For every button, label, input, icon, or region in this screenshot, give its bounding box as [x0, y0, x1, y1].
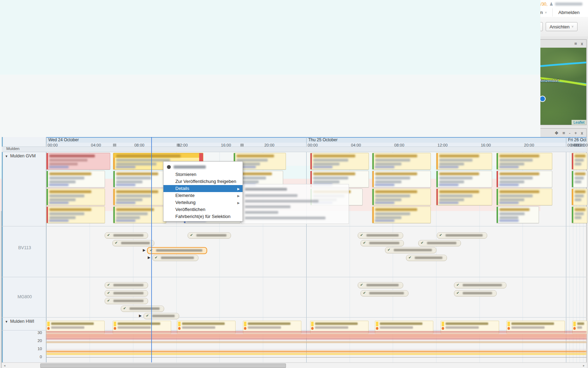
table-group-row[interactable]: ▾24.10.2018 — [2, 62, 255, 69]
scroll-right-icon[interactable]: ▸ — [255, 121, 260, 124]
table-row[interactable]: ⚙NWM-BV 11324.10.201805:00Mulden GVM — [2, 76, 255, 83]
close-icon[interactable]: x — [581, 41, 583, 46]
collapse-all-button[interactable]: − — [12, 49, 18, 54]
table-row[interactable]: ⚙NWM-BV 11324.10.201809:00Mulden GVM — [2, 90, 255, 97]
column-header-zu-ab-online[interactable]: Zu/Ab, Online — [350, 55, 382, 62]
column-header-zu-ab-gesamt[interactable]: Zu/Ab, Gesamt — [312, 55, 350, 62]
filter-label-tag[interactable]: Tag — [23, 49, 30, 54]
context-menu-item-elemente[interactable]: Elemente▶ — [163, 192, 243, 199]
move-icon[interactable]: ❖ — [554, 131, 559, 136]
menu-icon[interactable]: ≡ — [574, 41, 577, 46]
caret-right-icon[interactable]: ▸ — [280, 106, 282, 109]
column-header-beginn[interactable]: Beginn — [203, 55, 225, 62]
kontext-button[interactable]: ☑Kontext˅ — [411, 22, 444, 31]
tab-zugeteilt-225-1-selektiert-[interactable]: Zugeteilt (225, 1 selektiert) — [2, 40, 61, 48]
context-menu-item-details[interactable]: Details▶ — [163, 185, 243, 192]
column-header-name[interactable]: Name — [2, 55, 53, 62]
horizontal-scrollbar[interactable]: ◂▸ — [262, 119, 421, 125]
context-menu-item-zur-ver-ffentlichung-freigeben[interactable]: Zur Veröffentlichung freigeben — [163, 178, 243, 185]
caret-down-icon[interactable]: ▾ — [265, 64, 267, 67]
expand-all-button[interactable]: + — [4, 49, 9, 54]
nav-item-organisation[interactable]: Organisation˅ — [479, 8, 521, 16]
column-header-stellungsort[interactable]: Stellungsort — [134, 55, 172, 62]
scroll-right-icon[interactable]: ▸ — [416, 121, 421, 124]
table-row[interactable]: ⚙NWM-BV 11324.10.201806:00Mulden GVM — [2, 83, 255, 90]
tab-verf-gbarkeit[interactable]: Verfügbarkeit — [262, 40, 296, 48]
tab-planung[interactable]: Planung (427, 1 selektiert) — [2, 129, 61, 137]
availability-row[interactable]: ▸4m³33-3-3 — [262, 97, 415, 104]
context-menu-item-verteilung[interactable]: Verteilung▶ — [163, 199, 243, 206]
menu-icon[interactable]: ≡ — [562, 131, 565, 136]
menu-icon[interactable]: ≡ — [248, 41, 251, 46]
vertical-scroll-thumb[interactable] — [416, 68, 421, 84]
tab-nicht-zugeteilt-202-[interactable]: Nicht zugeteilt (202) — [61, 40, 107, 48]
nav-item-monitoring[interactable]: Monitoring — [404, 8, 437, 16]
expand-all-button[interactable]: + — [264, 49, 270, 54]
move-icon[interactable]: ❖ — [240, 41, 245, 46]
scroll-down-icon[interactable]: ▾ — [255, 115, 260, 118]
nav-item-anwendungen[interactable]: Anwendungen — [437, 8, 479, 16]
table-group-row[interactable]: ▸NWM-K 801 — [2, 111, 255, 118]
nav-item-abmelden[interactable]: Abmelden — [552, 8, 585, 16]
column-header-zu-ab-kunden[interactable]: Zu/Ab, Kunden — [382, 55, 415, 62]
availability-row[interactable]: ▸15m³14-2214-132-2-13 — [262, 90, 415, 97]
maximize-icon[interactable]: + — [574, 131, 577, 136]
column-header-kundennummer[interactable]: Kundennummer — [97, 55, 134, 62]
caret-right-icon[interactable]: ▸ — [280, 85, 282, 88]
scroll-down-icon[interactable]: ▾ — [416, 115, 421, 118]
context-menu-item-fahrbericht-e-f-r-selektion[interactable]: Fahrbericht(e) für Selektion — [163, 213, 243, 220]
availability-row[interactable]: ▸7m³314-1114317-31311-14-316 — [262, 111, 415, 118]
view-button-planung-fahrer[interactable]: Planung/Fahrer — [290, 22, 330, 31]
column-header-tag[interactable]: Tag — [172, 55, 203, 62]
close-icon[interactable]: x — [581, 131, 583, 136]
availability-row[interactable]: ▾Absetzmulde674-2034688-76920-39-788 — [262, 76, 415, 83]
caret-right-icon[interactable]: ▸ — [280, 113, 282, 116]
vertical-scrollbar[interactable]: ▴▾ — [415, 62, 421, 119]
collapse-all-button[interactable]: − — [272, 49, 278, 54]
horizontal-scrollbar[interactable]: ◂▸ — [2, 119, 260, 125]
close-icon[interactable]: x — [416, 41, 418, 46]
tab-karte[interactable]: Karte — [474, 40, 492, 48]
refresh-button[interactable]: ↻Aktualisieren — [368, 22, 408, 31]
availability-row[interactable]: ▸Abrollcontainer-545-1417-54250814-20502 — [262, 69, 415, 76]
caret-right-icon[interactable]: ▸ — [15, 113, 17, 116]
table-row[interactable]: ⚙NWM-BV 11324.10.201813:00Mulden GVM — [2, 104, 255, 111]
view-button-auftragsliste[interactable]: Auftragsliste — [211, 22, 244, 31]
date-range-button[interactable]: ▦22. - 26., Oktober˅ — [447, 22, 500, 31]
availability-row[interactable]: ▸5m³113-311121-1253-11-133 — [262, 104, 415, 111]
horizontal-scroll-thumb[interactable] — [7, 120, 220, 125]
caret-down-icon[interactable]: ▾ — [272, 78, 274, 81]
availability-row[interactable]: ▸10m³230-47233-3154-12-323 — [262, 83, 415, 90]
vertical-scroll-thumb[interactable] — [256, 68, 260, 84]
zoom-out-button[interactable]: − — [427, 63, 439, 74]
column-header-resource[interactable]: Resource — [53, 55, 97, 62]
caret-down-icon[interactable]: ▾ — [15, 71, 17, 74]
column-header-name[interactable]: Name▲ — [262, 55, 312, 62]
scroll-left-icon[interactable]: ◂ — [262, 121, 267, 124]
komponenten-button[interactable]: Komponenten˅ — [503, 22, 543, 31]
menu-icon[interactable]: ≡ — [409, 41, 412, 46]
horizontal-scroll-thumb[interactable] — [268, 120, 399, 125]
move-icon[interactable]: ❖ — [401, 41, 405, 46]
vertical-scrollbar[interactable]: ▴▾ — [255, 62, 261, 119]
layers-button[interactable] — [429, 106, 442, 119]
view-button-karte-fahrzeuge[interactable]: Karte/Fahrzeuge — [247, 22, 288, 31]
caret-right-icon[interactable]: ▸ — [272, 71, 274, 74]
map-body[interactable]: BV113184SchönbergHeimatmuseumSchönbergMe… — [423, 48, 586, 125]
table-row[interactable]: ⚙NWM-BV 11324.10.201809:00Mulden GVM — [2, 97, 255, 104]
ansichten-button[interactable]: Ansichten˅ — [546, 22, 577, 31]
zoom-in-button[interactable]: + — [427, 52, 439, 63]
context-menu-item-stornieren[interactable]: Stornieren — [163, 171, 243, 178]
nav-item-system[interactable]: System˅ — [521, 8, 552, 16]
scroll-left-icon[interactable]: ◂ — [2, 121, 7, 124]
caret-down-icon[interactable]: ▾ — [5, 64, 6, 67]
scroll-up-icon[interactable]: ▴ — [416, 63, 421, 66]
filter-label-resource[interactable]: Resource — [35, 49, 53, 54]
availability-row[interactable]: ▾Container186-3654204-30136-63-328 — [262, 62, 415, 69]
context-menu-item-ver-ffentlichen[interactable]: Veröffentlichen — [163, 206, 243, 213]
filter-label-path[interactable]: Path — [284, 49, 292, 54]
column-header-plangruppe[interactable]: Plangruppe — [225, 55, 255, 62]
tab-verf-gbarkeit-auszug-[interactable]: Verfügbarkeit (Auszug) — [423, 40, 474, 48]
scroll-up-icon[interactable]: ▴ — [255, 63, 260, 66]
close-icon[interactable]: x — [255, 41, 258, 46]
